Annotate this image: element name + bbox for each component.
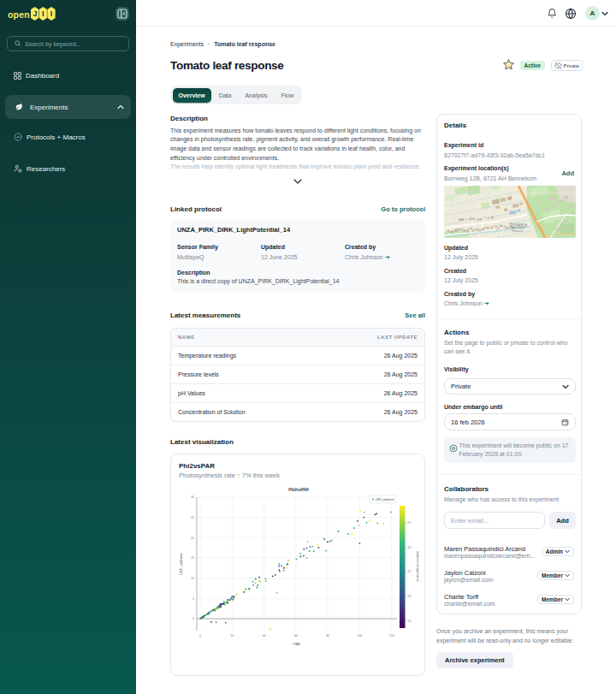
svg-text:I: I (42, 9, 44, 18)
svg-text:120: 120 (389, 634, 394, 638)
svg-text:26: 26 (408, 546, 412, 549)
svg-text:100: 100 (357, 634, 362, 638)
svg-text:25: 25 (191, 516, 194, 519)
svg-text:80: 80 (326, 634, 329, 638)
svg-text:J: J (33, 9, 37, 18)
svg-text:27: 27 (408, 521, 412, 525)
svg-text:25: 25 (408, 570, 412, 573)
svg-text:I: I (50, 9, 53, 18)
svg-text:LEF_ambient: LEF_ambient (179, 553, 183, 575)
svg-text:Research: Research (512, 229, 524, 233)
svg-text:0: 0 (192, 617, 194, 620)
svg-text:20: 20 (230, 634, 234, 638)
svg-text:24: 24 (408, 595, 412, 598)
svg-text:30: 30 (191, 495, 194, 499)
svg-text:PAR: PAR (293, 642, 300, 646)
svg-text:20: 20 (191, 537, 194, 540)
svg-text:5: 5 (192, 597, 194, 601)
svg-text:ambient_temperature: ambient_temperature (416, 551, 419, 582)
svg-text:0: 0 (199, 634, 201, 638)
svg-text:40: 40 (263, 634, 266, 638)
svg-text:23: 23 (408, 620, 412, 623)
svg-text:60: 60 (294, 634, 298, 638)
svg-text:LEF_ambient: LEF_ambient (376, 498, 394, 501)
svg-text:15: 15 (191, 556, 194, 560)
svg-text:10: 10 (191, 577, 194, 580)
svg-text:Phi2vsPAR: Phi2vsPAR (288, 488, 309, 492)
svg-text:open: open (8, 9, 30, 20)
